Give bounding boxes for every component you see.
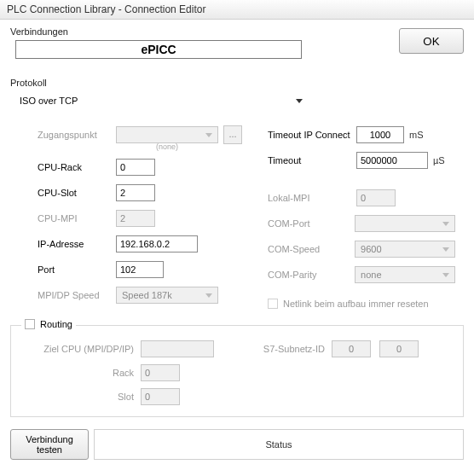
chevron-down-icon [442, 273, 449, 277]
routing-rack-label: Rack [23, 368, 134, 378]
timeout-input[interactable] [356, 152, 428, 169]
window-titlebar: PLC Connection Library - Connection Edit… [0, 0, 474, 20]
ok-button[interactable]: OK [399, 28, 464, 54]
protokoll-value: ISO over TCP [20, 96, 78, 106]
cpu-mpi-label: CPU-MPI [38, 213, 116, 223]
zugangspunkt-browse-button: ... [223, 125, 242, 144]
timeout-ip-label: Timeout IP Connect [268, 130, 356, 140]
com-parity-select: none [355, 266, 455, 283]
routing-slot-input [141, 388, 180, 405]
lokal-mpi-input [356, 189, 396, 206]
status-label: Status [265, 439, 292, 450]
status-box: Status [94, 429, 464, 460]
cpu-slot-input[interactable] [116, 184, 155, 201]
com-speed-label: COM-Speed [268, 244, 355, 254]
protokoll-select[interactable]: ISO over TCP [10, 91, 309, 110]
s7-subnetz-b-input [379, 340, 419, 357]
chevron-down-icon [296, 99, 303, 103]
s7-subnetz-a-input [332, 340, 371, 357]
cpu-rack-label: CPU-Rack [38, 162, 116, 172]
chevron-down-icon [205, 133, 212, 137]
us-unit: µS [433, 155, 445, 165]
netlink-reset-label: Netlink beim aufbau immer reseten [283, 299, 429, 309]
routing-rack-input [141, 364, 180, 381]
window-title: PLC Connection Library - Connection Edit… [7, 3, 205, 15]
mpidp-speed-select: Speed 187k [116, 287, 218, 304]
com-port-select [355, 215, 455, 232]
cpu-mpi-input [116, 210, 155, 227]
test-connection-button[interactable]: Verbindung testen [10, 429, 89, 460]
cpu-slot-label: CPU-Slot [38, 188, 116, 198]
ziel-cpu-input [141, 340, 214, 357]
mpidp-speed-label: MPI/DP Speed [38, 290, 116, 300]
netlink-reset-checkbox [268, 299, 278, 309]
cpu-rack-input[interactable] [116, 159, 155, 176]
zugangspunkt-label: Zugangspunkt [38, 130, 116, 140]
connection-name-input[interactable] [15, 40, 302, 59]
protokoll-label: Protokoll [10, 78, 464, 88]
routing-checkbox[interactable] [25, 319, 35, 329]
s7-subnetz-label: S7-Subnetz-ID [248, 344, 325, 354]
verbindungen-label: Verbindungen [10, 26, 390, 37]
com-parity-label: COM-Parity [268, 270, 355, 280]
port-input[interactable] [116, 261, 164, 278]
zugangspunkt-none-caption: (none) [116, 142, 218, 151]
chevron-down-icon [442, 222, 449, 226]
zugangspunkt-select [116, 126, 218, 143]
ip-adresse-label: IP-Adresse [38, 239, 116, 249]
routing-slot-label: Slot [23, 392, 134, 402]
ziel-cpu-label: Ziel CPU (MPI/DP/IP) [23, 344, 134, 354]
ip-adresse-input[interactable] [116, 235, 198, 253]
ms-unit: mS [409, 130, 424, 140]
com-speed-select: 9600 [355, 241, 455, 258]
timeout-label: Timeout [268, 155, 356, 165]
routing-label: Routing [40, 319, 72, 329]
port-label: Port [38, 264, 116, 275]
lokal-mpi-label: Lokal-MPI [268, 193, 356, 203]
timeout-ip-input[interactable] [356, 126, 404, 143]
chevron-down-icon [205, 293, 212, 298]
chevron-down-icon [442, 247, 449, 252]
com-port-label: COM-Port [268, 218, 355, 229]
routing-group: Routing Ziel CPU (MPI/DP/IP) Rack Slot [10, 325, 464, 417]
